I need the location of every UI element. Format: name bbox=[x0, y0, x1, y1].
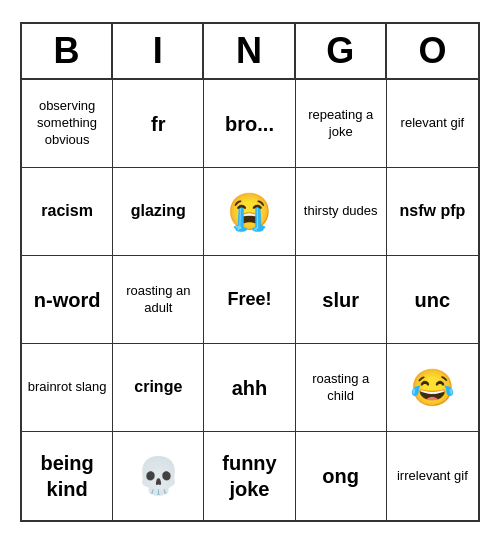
bingo-cell-r1c5: relevant gif bbox=[387, 80, 478, 168]
bingo-cell-r2c3: 😭 bbox=[204, 168, 295, 256]
bingo-card: BINGO observing something obviousfrbro..… bbox=[20, 22, 480, 522]
bingo-cell-r4c3: ahh bbox=[204, 344, 295, 432]
header-letter-g: G bbox=[296, 24, 387, 78]
bingo-cell-r3c4: slur bbox=[296, 256, 387, 344]
bingo-header: BINGO bbox=[22, 24, 478, 80]
header-letter-n: N bbox=[204, 24, 295, 78]
bingo-cell-r5c5: irrelevant gif bbox=[387, 432, 478, 520]
bingo-cell-r5c1: being kind bbox=[22, 432, 113, 520]
bingo-cell-r1c3: bro... bbox=[204, 80, 295, 168]
bingo-cell-r3c2: roasting an adult bbox=[113, 256, 204, 344]
emoji-icon: 😭 bbox=[227, 194, 272, 230]
header-letter-o: O bbox=[387, 24, 478, 78]
bingo-cell-r3c1: n-word bbox=[22, 256, 113, 344]
emoji-icon: 😂 bbox=[410, 370, 455, 406]
bingo-cell-r4c5: 😂 bbox=[387, 344, 478, 432]
bingo-cell-r2c2: glazing bbox=[113, 168, 204, 256]
bingo-cell-r2c1: racism bbox=[22, 168, 113, 256]
bingo-cell-r2c4: thirsty dudes bbox=[296, 168, 387, 256]
bingo-cell-r4c2: cringe bbox=[113, 344, 204, 432]
bingo-cell-r1c2: fr bbox=[113, 80, 204, 168]
bingo-cell-r3c3: Free! bbox=[204, 256, 295, 344]
bingo-cell-r2c5: nsfw pfp bbox=[387, 168, 478, 256]
bingo-cell-r1c1: observing something obvious bbox=[22, 80, 113, 168]
bingo-cell-r5c3: funny joke bbox=[204, 432, 295, 520]
header-letter-b: B bbox=[22, 24, 113, 78]
bingo-cell-r5c2: 💀 bbox=[113, 432, 204, 520]
bingo-cell-r4c4: roasting a child bbox=[296, 344, 387, 432]
bingo-grid: observing something obviousfrbro...repea… bbox=[22, 80, 478, 520]
header-letter-i: I bbox=[113, 24, 204, 78]
bingo-cell-r5c4: ong bbox=[296, 432, 387, 520]
bingo-cell-r1c4: repeating a joke bbox=[296, 80, 387, 168]
bingo-cell-r3c5: unc bbox=[387, 256, 478, 344]
bingo-cell-r4c1: brainrot slang bbox=[22, 344, 113, 432]
emoji-icon: 💀 bbox=[136, 458, 181, 494]
